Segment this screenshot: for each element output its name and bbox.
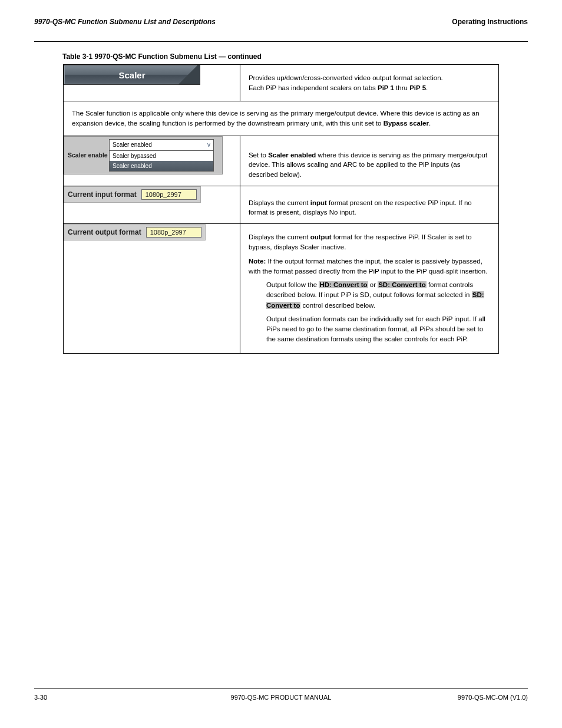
scaler-tab-header[interactable]: Scaler xyxy=(64,65,200,85)
scaler-enable-selected: Scaler enabled xyxy=(113,140,152,150)
current-input-label: Current input format xyxy=(68,190,137,199)
scaler-enable-option-list: Scaler bypassed Scaler enabled xyxy=(109,151,214,172)
current-output-value: 1080p_2997 xyxy=(146,227,201,238)
header-right: Operating Instructions xyxy=(452,18,528,26)
current-output-panel: Current output format 1080p_2997 xyxy=(64,224,206,241)
footer-manual-title: 9970-QS-MC PRODUCT MANUAL xyxy=(34,694,528,701)
current-output-label: Current output format xyxy=(68,228,141,236)
hd-convert-to-highlight: HD: Convert to xyxy=(319,281,368,288)
footer-divider xyxy=(34,689,528,689)
sd-convert-to-highlight: SD: Convert to xyxy=(378,281,427,288)
scaler-enable-option-enabled[interactable]: Scaler enabled xyxy=(110,161,213,171)
scaler-enable-label: Scaler enable xyxy=(67,151,109,159)
chevron-down-icon: v xyxy=(207,140,210,150)
scaler-enable-dropdown[interactable]: Scaler enabled v Scaler bypassed Scaler … xyxy=(109,139,214,172)
scaler-enable-option-bypassed[interactable]: Scaler bypassed xyxy=(110,151,213,161)
current-output-description: Displays the current output format for t… xyxy=(240,224,498,353)
scaler-enable-panel: Scaler enable Scaler enabled v Scaler by… xyxy=(64,136,223,174)
current-output-row: Current output format 1080p_2997 Display… xyxy=(64,224,499,354)
scaler-note: The Scaler function is applicable only w… xyxy=(64,101,498,135)
scaler-tab-label: Scaler xyxy=(118,70,145,80)
current-input-description: Displays the current input format presen… xyxy=(240,186,498,223)
scaler-enable-row: Scaler enable Scaler enabled v Scaler by… xyxy=(64,136,499,186)
function-table: Scaler Provides up/down/cross-converted … xyxy=(63,64,499,354)
scaler-enable-description: Set to Scaler enabled where this device … xyxy=(240,136,498,186)
scaler-tab-description: Provides up/down/cross-converted video o… xyxy=(240,65,498,101)
title-row: Scaler Provides up/down/cross-converted … xyxy=(64,65,499,101)
scaler-note-row: The Scaler function is applicable only w… xyxy=(64,101,499,136)
header-left: 9970-QS-MC Function Submenu List and Des… xyxy=(34,18,216,26)
table-caption: Table 3-1 9970-QS-MC Function Submenu Li… xyxy=(62,52,528,61)
current-input-row: Current input format 1080p_2997 Displays… xyxy=(64,186,499,223)
current-input-panel: Current input format 1080p_2997 xyxy=(64,186,201,203)
current-input-value: 1080p_2997 xyxy=(141,189,197,200)
